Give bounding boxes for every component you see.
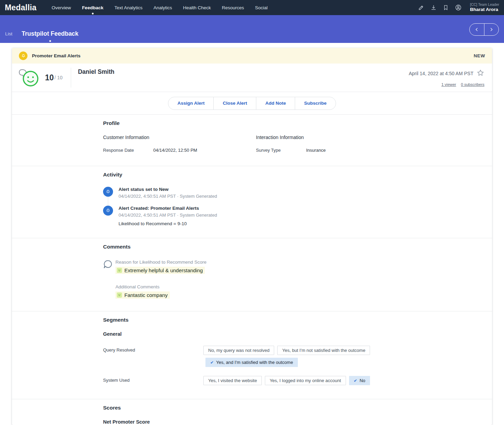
option-chip-selected[interactable]: ✔ No xyxy=(349,376,370,385)
download-icon[interactable] xyxy=(430,4,437,11)
event-title: Alert status set to New xyxy=(119,187,217,192)
customer-name: Daniel Smith xyxy=(78,68,114,76)
event-meta: 04/14/2022, 4:50:51 AM PST · System Gene… xyxy=(119,194,217,199)
comment-question-label: Reason for Likelihood to Recommend Score xyxy=(115,260,206,265)
main-nav: Overview Feedback Text Analytics Analyti… xyxy=(52,4,268,12)
close-alert-button[interactable]: Close Alert xyxy=(213,97,256,110)
subscribers-link[interactable]: 0 subscribers xyxy=(461,82,484,87)
active-dot xyxy=(92,13,93,14)
option-chip[interactable]: Yes, but I'm not satisfied with the outc… xyxy=(277,346,370,355)
user-role: [CC] Team Leader xyxy=(470,2,499,7)
previous-record-button[interactable] xyxy=(470,24,484,35)
comment-text: Extremely helpful & understanding xyxy=(115,267,205,274)
medallia-logo[interactable]: Medallia xyxy=(5,3,36,12)
score-max: / 10 xyxy=(55,75,63,80)
survey-type-field: Survey Type Insurance xyxy=(256,148,485,153)
customer-information-heading: Customer Information xyxy=(103,135,256,140)
page-title[interactable]: Trustpilot Feedback xyxy=(22,30,78,37)
profile-section: Profile Customer Information Response Da… xyxy=(12,114,492,166)
score-value: 10 xyxy=(45,73,54,82)
actions-toolbar: Assign Alert Close Alert Add Note Subscr… xyxy=(12,92,492,114)
alert-bell-icon xyxy=(19,51,27,60)
response-timestamp: April 14, 2022 at 4:50 AM PST xyxy=(409,71,473,76)
response-date-value: 04/14/2022, 12:50 PM xyxy=(153,148,197,153)
nav-item-feedback[interactable]: Feedback xyxy=(82,4,103,12)
scores-heading: Scores xyxy=(103,405,485,411)
activity-event: Alert status set to New 04/14/2022, 4:50… xyxy=(103,187,485,199)
assign-alert-button[interactable]: Assign Alert xyxy=(168,97,214,110)
pencil-icon[interactable] xyxy=(418,4,425,11)
comment-bubble-icon xyxy=(103,260,113,269)
positive-sentiment-icon[interactable] xyxy=(117,292,122,298)
survey-type-value: Insurance xyxy=(306,148,326,153)
next-record-button[interactable] xyxy=(484,24,499,35)
response-date-field: Response Date 04/14/2022, 12:50 PM xyxy=(103,148,256,153)
scores-section: Scores Net Promoter Score Likelihood to … xyxy=(12,399,492,425)
nav-item-resources[interactable]: Resources xyxy=(222,4,244,12)
add-note-button[interactable]: Add Note xyxy=(256,97,295,110)
promoter-smiley-icon xyxy=(19,68,40,87)
bell-icon xyxy=(103,206,113,216)
top-navbar: Medallia Overview Feedback Text Analytic… xyxy=(0,0,504,15)
subscribe-button[interactable]: Subscribe xyxy=(295,97,336,110)
interaction-information-heading: Interaction Information xyxy=(256,135,485,140)
alert-banner: Promoter Email Alerts NEW xyxy=(12,48,492,64)
system-used-row: System Used Yes, I visited the website Y… xyxy=(103,376,485,385)
option-chip-selected[interactable]: ✔ Yes, and I'm satisfied with the outcom… xyxy=(205,358,298,367)
option-chip[interactable]: Yes, I visited the website xyxy=(203,376,262,385)
bookmark-icon[interactable] xyxy=(443,4,449,11)
account-icon[interactable] xyxy=(455,4,462,11)
system-used-label: System Used xyxy=(103,376,203,385)
alert-name: Promoter Email Alerts xyxy=(32,53,80,58)
general-subheading: General xyxy=(103,331,485,337)
event-detail: Likelihood to Recommend = 9-10 xyxy=(119,221,485,226)
positive-sentiment-icon[interactable] xyxy=(117,268,122,273)
profile-heading: Profile xyxy=(103,120,485,126)
comment-item: Reason for Likelihood to Recommend Score… xyxy=(103,260,485,274)
comment-item: Additional Comments Fantastic company xyxy=(115,284,485,299)
activity-section: Activity Alert status set to New 04/14/2… xyxy=(12,166,492,238)
star-icon[interactable] xyxy=(477,69,484,78)
user-name: Bharat Arora xyxy=(470,7,499,13)
check-icon: ✔ xyxy=(210,360,214,365)
activity-event: Alert Created: Promoter Email Alerts 04/… xyxy=(103,206,485,218)
record-pager xyxy=(469,23,499,36)
divider xyxy=(71,68,71,88)
response-date-label: Response Date xyxy=(103,148,153,153)
record-header: 10 / 10 Daniel Smith April 14, 2022 at 4… xyxy=(12,64,492,92)
event-title: Alert Created: Promoter Email Alerts xyxy=(119,206,217,211)
activity-heading: Activity xyxy=(103,172,485,178)
bell-icon xyxy=(103,187,113,197)
comment-question-label: Additional Comments xyxy=(115,284,485,289)
comments-section: Comments Reason for Likelihood to Recomm… xyxy=(12,238,492,311)
nav-item-social[interactable]: Social xyxy=(255,4,268,12)
tab-list[interactable]: List xyxy=(5,31,12,37)
nav-item-analytics[interactable]: Analytics xyxy=(154,4,172,12)
option-chip[interactable]: No, my query was not resolved xyxy=(203,346,274,355)
query-resolved-row: Query Resolved No, my query was not reso… xyxy=(103,346,485,367)
option-chip[interactable]: Yes, I logged into my online account xyxy=(265,376,346,385)
nav-item-text-analytics[interactable]: Text Analytics xyxy=(114,4,143,12)
comment-text: Fantastic company xyxy=(115,291,170,299)
viewers-link[interactable]: 1 viewer xyxy=(441,82,456,87)
segments-heading: Segments xyxy=(103,317,485,323)
query-resolved-label: Query Resolved xyxy=(103,346,203,367)
active-dot xyxy=(49,40,51,42)
feedback-record-card: Promoter Email Alerts NEW 10 / 10 Daniel… xyxy=(12,48,492,425)
nav-item-overview[interactable]: Overview xyxy=(52,4,71,12)
nps-subheading: Net Promoter Score xyxy=(103,419,485,425)
segments-section: Segments General Query Resolved No, my q… xyxy=(12,311,492,399)
check-icon: ✔ xyxy=(354,378,357,383)
feedback-subnav: List Trustpilot Feedback xyxy=(0,15,504,43)
comments-heading: Comments xyxy=(103,244,485,250)
user-menu[interactable]: [CC] Team Leader Bharat Arora xyxy=(470,2,499,13)
nav-item-health-check[interactable]: Health Check xyxy=(183,4,211,12)
event-meta: 04/14/2022, 4:50:51 AM PST · System Gene… xyxy=(119,213,217,218)
survey-type-label: Survey Type xyxy=(256,148,306,153)
alert-status-badge: NEW xyxy=(474,53,485,58)
